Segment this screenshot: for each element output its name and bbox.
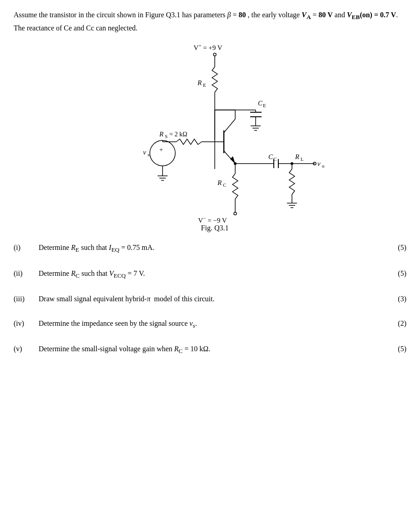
q-text-iii: Draw small signal equivalent hybrid-π mo…: [39, 293, 388, 305]
svg-text:C: C: [268, 153, 273, 160]
svg-text:V− = −9 V: V− = −9 V: [198, 215, 227, 224]
question-v: (v) Determine the small-signal voltage g…: [14, 343, 406, 356]
svg-text:E: E: [203, 82, 206, 88]
svg-text:v: v: [143, 149, 146, 156]
svg-line-20: [224, 119, 235, 133]
svg-text:R: R: [217, 179, 222, 186]
svg-text:C: C: [258, 100, 263, 107]
svg-text:R: R: [159, 130, 163, 138]
svg-text:+: +: [159, 146, 163, 153]
svg-text:s: s: [148, 152, 149, 157]
svg-text:R: R: [295, 153, 299, 160]
q-marks-i: (5): [388, 242, 406, 254]
q-text-v: Determine the small-signal voltage gain …: [39, 343, 388, 356]
svg-text:Fig. Q3.1: Fig. Q3.1: [201, 224, 228, 232]
q-num-iii: (iii): [14, 293, 39, 305]
question-i: (i) Determine RE such that IEQ = 0.75 mA…: [14, 242, 406, 255]
q-num-i: (i): [14, 242, 39, 254]
question-iii: (iii) Draw small signal equivalent hybri…: [14, 293, 406, 305]
svg-text:= 2 kΩ: = 2 kΩ: [169, 131, 187, 138]
svg-text:V+ = +9 V: V+ = +9 V: [193, 43, 222, 51]
svg-point-1: [213, 53, 216, 56]
q-text-ii: Determine RC such that VECQ = 7 V.: [39, 268, 388, 281]
svg-point-55: [150, 140, 175, 166]
q-marks-v: (5): [388, 343, 406, 355]
q-num-v: (v): [14, 343, 39, 355]
q-marks-ii: (5): [388, 268, 406, 279]
svg-text:R: R: [197, 79, 202, 86]
svg-text:v: v: [317, 160, 321, 167]
question-iv: (iv) Determine the impedance seen by the…: [14, 318, 406, 331]
q-marks-iv: (2): [388, 318, 406, 329]
svg-text:S: S: [165, 134, 168, 139]
question-ii: (ii) Determine RC such that VECQ = 7 V. …: [14, 268, 406, 281]
svg-text:C: C: [223, 182, 226, 188]
svg-text:L: L: [301, 156, 304, 162]
svg-text:E: E: [263, 103, 266, 108]
q-text-iv: Determine the impedance seen by the sign…: [39, 318, 388, 331]
q-marks-iii: (3): [388, 293, 406, 305]
problem-statement: Assume the transistor in the circuit sho…: [14, 9, 406, 34]
questions-section: (i) Determine RE such that IEQ = 0.75 mA…: [14, 242, 406, 356]
svg-text:o: o: [322, 163, 325, 169]
q-num-iv: (iv): [14, 318, 39, 329]
q-num-ii: (ii): [14, 268, 39, 279]
q-text-i: Determine RE such that IEQ = 0.75 mA.: [39, 242, 388, 255]
circuit-diagram: V+ = +9 V R E C E: [14, 42, 406, 233]
svg-point-29: [234, 212, 237, 215]
